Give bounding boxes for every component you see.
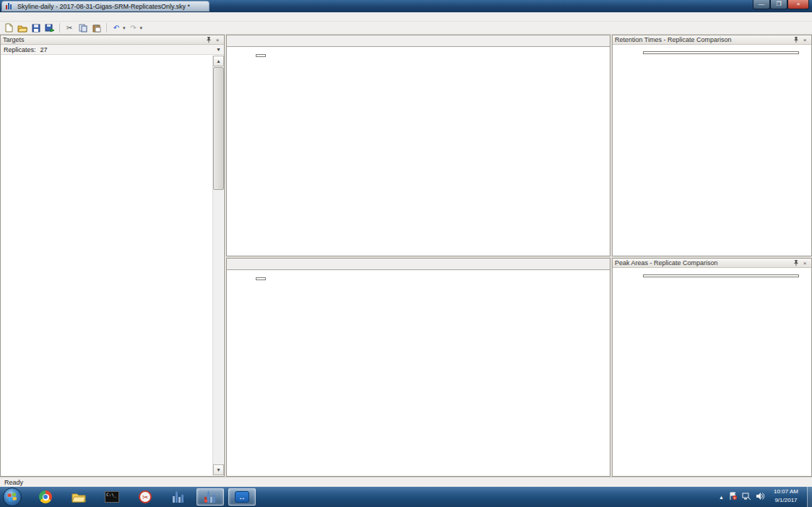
chromatogram-legend [256, 277, 266, 280]
targets-panel-header: Targets × [1, 35, 224, 45]
hidden-icons-arrow[interactable]: ▲ [719, 495, 724, 500]
retention-times-header: Retention Times - Replicate Comparison × [613, 35, 811, 45]
chromatogram-bottom-chart[interactable] [227, 271, 610, 477]
taskbar: C:\_ ✂ ↔ ▲ x 10:07 AM 9/1/2017 [0, 487, 812, 507]
app-icon [5, 2, 13, 10]
targets-tree [1, 56, 212, 475]
taskbar-skyline-daily-button[interactable] [196, 488, 224, 506]
open-button[interactable] [17, 22, 28, 33]
scroll-up-icon[interactable]: ▲ [213, 56, 224, 66]
snipping-tool-icon: ✂ [139, 490, 152, 503]
retention-times-chart[interactable] [613, 66, 811, 256]
window-title: Skyline-daily - 2017-08-31-Gigas-SRM-Rep… [17, 3, 190, 10]
targets-panel: Targets × Replicates: 27 ▼ ▲ ▼ [0, 35, 225, 477]
save-button[interactable] [30, 22, 42, 33]
new-document-button[interactable] [3, 22, 14, 33]
start-button[interactable] [3, 488, 22, 506]
skyline-icon [171, 490, 186, 503]
action-center-flag-icon[interactable]: x [729, 490, 737, 503]
taskbar-explorer-button[interactable] [65, 488, 92, 506]
peak-areas-title: Peak Areas - Replicate Comparison [615, 259, 792, 266]
replicates-value: 27 [40, 46, 48, 53]
explorer-icon [72, 491, 86, 503]
undo-button[interactable]: ↶ [111, 22, 122, 33]
close-button[interactable]: × [787, 0, 809, 9]
taskbar-cmd-button[interactable]: C:\_ [98, 488, 126, 506]
system-tray: ▲ x [719, 487, 764, 507]
close-panel-icon[interactable]: × [213, 37, 222, 43]
share-document-button[interactable] [44, 22, 56, 33]
targets-title: Targets [3, 36, 204, 43]
taskbar-teamviewer-button[interactable]: ↔ [228, 488, 256, 506]
volume-icon[interactable] [756, 490, 764, 503]
retention-times-title: Retention Times - Replicate Comparison [615, 36, 792, 43]
network-icon[interactable] [742, 490, 751, 503]
toolbar-separator [59, 23, 60, 32]
minimize-button[interactable]: — [753, 0, 770, 9]
pin-icon[interactable] [792, 259, 800, 267]
pin-icon[interactable] [792, 36, 800, 44]
replicate-tab-strip [227, 35, 610, 47]
close-panel-icon[interactable]: × [800, 260, 809, 266]
taskbar-snipping-tool-button[interactable]: ✂ [131, 488, 159, 506]
retention-times-legend [643, 51, 799, 54]
chromatogram-bottom-pane [226, 258, 610, 477]
peak-areas-header: Peak Areas - Replicate Comparison × [613, 259, 811, 268]
replicates-combobox[interactable]: Replicates: 27 ▼ [1, 45, 224, 55]
cmd-icon: C:\_ [105, 491, 119, 503]
status-text: Ready [4, 479, 23, 486]
paste-button[interactable] [91, 22, 103, 33]
pin-icon[interactable] [204, 36, 213, 44]
redo-dropdown-arrow[interactable]: ▾ [140, 25, 143, 31]
copy-button[interactable] [77, 22, 89, 33]
chromatogram-top-pane [226, 35, 610, 256]
status-bar: Ready [0, 477, 812, 487]
targets-scrollbar[interactable]: ▲ ▼ [212, 56, 223, 475]
taskbar-clock[interactable]: 10:07 AM 9/1/2017 [767, 488, 805, 505]
show-desktop-button[interactable] [807, 487, 812, 507]
close-panel-icon[interactable]: × [800, 37, 809, 43]
clock-time: 10:07 AM [767, 488, 805, 496]
teamviewer-icon: ↔ [235, 491, 249, 503]
replicate-tab-strip-bottom [227, 259, 610, 270]
taskbar-chrome-button[interactable] [32, 488, 59, 506]
chevron-down-icon[interactable]: ▼ [216, 47, 221, 52]
title-bar: Skyline-daily - 2017-08-31-Gigas-SRM-Rep… [0, 0, 812, 12]
undo-dropdown-arrow[interactable]: ▾ [123, 25, 126, 31]
peak-areas-chart[interactable] [613, 289, 811, 476]
chromatogram-top-chart[interactable] [227, 48, 610, 256]
toolbar-separator [106, 23, 107, 32]
restore-button[interactable]: ❐ [770, 0, 787, 9]
chrome-icon [39, 490, 52, 503]
taskbar-skyline-button[interactable] [165, 488, 192, 506]
toolbar: ✂ ↶▾ ↷▾ [0, 22, 812, 35]
scroll-down-icon[interactable]: ▼ [213, 464, 224, 475]
chromatogram-legend [256, 54, 266, 57]
retention-times-panel: Retention Times - Replicate Comparison × [612, 35, 812, 256]
redo-button[interactable]: ↷ [128, 22, 139, 33]
peak-areas-legend [643, 274, 799, 277]
skyline-window: Skyline-daily - 2017-08-31-Gigas-SRM-Rep… [0, 0, 812, 507]
menu-bar [0, 12, 812, 22]
peak-areas-panel: Peak Areas - Replicate Comparison × [612, 258, 812, 477]
cut-button[interactable]: ✂ [64, 22, 75, 33]
clock-date: 9/1/2017 [767, 496, 805, 505]
scrollbar-thumb[interactable] [213, 67, 224, 190]
replicates-label: Replicates: [4, 46, 36, 53]
skyline-daily-icon [203, 490, 217, 503]
